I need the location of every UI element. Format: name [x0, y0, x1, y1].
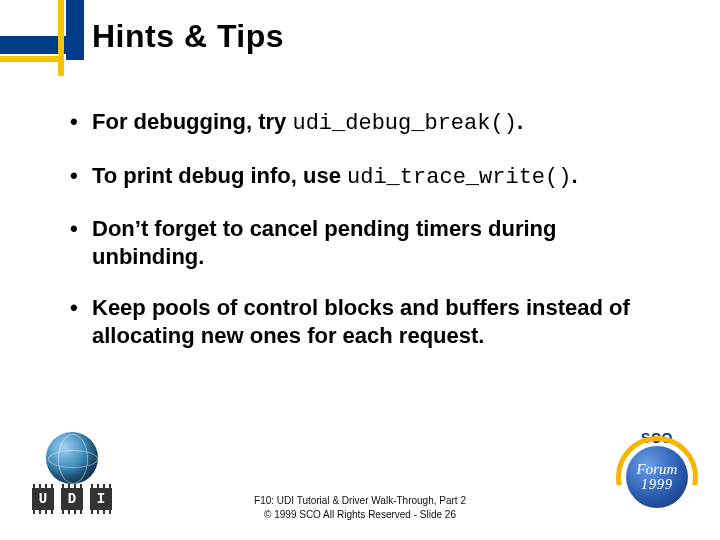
chip-icon: U [32, 488, 54, 510]
sco-forum-text: Forum [637, 462, 678, 477]
slide-title: Hints & Tips [92, 18, 284, 55]
bullet-item: Don’t forget to cancel pending timers du… [64, 215, 672, 270]
udi-letter-d: D [68, 491, 76, 507]
bullet-text: To print debug info, use [92, 163, 347, 188]
bullet-text: Keep pools of control blocks and buffers… [92, 295, 630, 348]
sco-year-text: 1999 [641, 478, 673, 492]
accent-bar-blue-horizontal [0, 36, 84, 54]
chip-icon: I [90, 488, 112, 510]
bullet-text: . [517, 109, 523, 134]
globe-badge-icon: Forum 1999 [626, 446, 688, 508]
bullet-item: Keep pools of control blocks and buffers… [64, 294, 672, 349]
bullet-item: For debugging, try udi_debug_break(). [64, 108, 672, 138]
bullet-text: For debugging, try [92, 109, 292, 134]
chip-icon: D [61, 488, 83, 510]
globe-icon [46, 432, 98, 484]
accent-bar-yellow-horizontal [0, 56, 64, 62]
udi-letters: U D I [32, 488, 112, 510]
sco-forum-logo: SCO Forum 1999 [616, 436, 698, 518]
udi-logo: U D I [28, 432, 116, 510]
udi-letter-i: I [97, 491, 105, 507]
udi-letter-u: U [39, 491, 47, 507]
bullet-text: Don’t forget to cancel pending timers du… [92, 216, 556, 269]
bullet-list: For debugging, try udi_debug_break(). To… [64, 108, 672, 373]
accent-bar-yellow-vertical [58, 0, 64, 76]
bullet-item: To print debug info, use udi_trace_write… [64, 162, 672, 192]
bullet-text: . [571, 163, 577, 188]
slide: Hints & Tips For debugging, try udi_debu… [0, 0, 720, 540]
code-text: udi_trace_write() [347, 165, 571, 190]
code-text: udi_debug_break() [292, 111, 516, 136]
